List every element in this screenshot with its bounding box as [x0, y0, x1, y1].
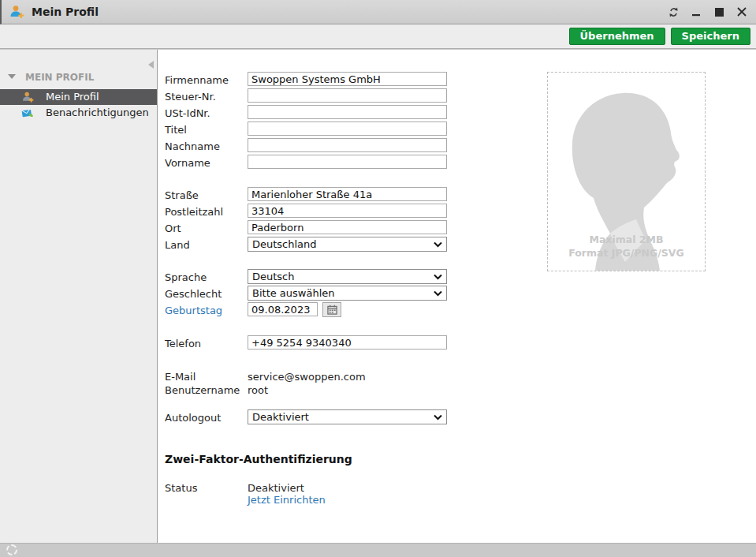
titlebar: Mein Profil [0, 0, 756, 24]
strasse-label: Straße [165, 189, 199, 201]
telefon-label: Telefon [165, 338, 201, 350]
sprache-label: Sprache [165, 271, 207, 283]
land-select[interactable]: Deutschland [248, 237, 447, 252]
ort-input[interactable] [248, 220, 447, 234]
sidebar-item-label: Benachrichtigungen [46, 107, 149, 118]
geburtstag-input[interactable] [248, 302, 318, 316]
sidebar-section-label: MEIN PROFIL [25, 72, 94, 83]
bottom-taskbar [0, 543, 756, 557]
telefon-input[interactable] [248, 335, 447, 350]
profile-form: Firmenname Steuer-Nr. USt-IdNr. Titel Na… [158, 50, 756, 543]
postleitzahl-input[interactable] [248, 204, 447, 218]
profile-photo-dropzone[interactable]: Maximal 2MB Format JPG/PNG/SVG [547, 72, 706, 271]
benutzername-value: root [248, 384, 268, 396]
calendar-button[interactable] [322, 302, 341, 317]
geschlecht-label: Geschlecht [165, 288, 222, 300]
window-title: Mein Profil [32, 6, 99, 18]
email-label: E-Mail [165, 371, 196, 383]
geschlecht-select[interactable]: Bitte auswählen [248, 286, 447, 301]
ustidnr-input[interactable] [248, 105, 447, 119]
email-value: service@swoppen.com [248, 371, 366, 383]
land-select-value: Deutschland [252, 238, 434, 250]
sidebar-item-label: Mein Profil [46, 91, 99, 103]
geburtstag-label[interactable]: Geburtstag [165, 305, 222, 316]
chevron-down-icon [434, 274, 442, 280]
sprache-select[interactable]: Deutsch [248, 269, 447, 284]
calendar-icon [327, 305, 337, 315]
sidebar-item-mein-profil[interactable]: Mein Profil [0, 89, 157, 105]
minimize-icon[interactable] [690, 6, 702, 18]
form-row: Geschlecht Bitte auswählen [158, 286, 756, 302]
autologout-label: Autologout [165, 412, 221, 424]
autologout-select-value: Deaktiviert [252, 411, 434, 423]
form-row: Geburtstag [158, 302, 756, 319]
form-row: Autologout Deaktiviert [158, 409, 756, 426]
sidebar-section-mein-profil[interactable]: MEIN PROFIL [0, 71, 157, 84]
toolbar: Übernehmen Speichern [0, 24, 756, 49]
autologout-select[interactable]: Deaktiviert [248, 409, 447, 424]
form-row: Benutzername root [158, 382, 756, 398]
content-area: MEIN PROFIL Mein Profil [0, 50, 756, 543]
status-label: Status [165, 482, 197, 494]
save-button[interactable]: Speichern [671, 28, 750, 45]
window-controls [667, 6, 756, 18]
ort-label: Ort [165, 222, 181, 234]
firmenname-label: Firmenname [165, 74, 229, 86]
land-label: Land [165, 239, 190, 251]
benutzername-label: Benutzername [165, 384, 240, 396]
photo-hint: Maximal 2MB Format JPG/PNG/SVG [548, 233, 705, 260]
close-icon[interactable] [736, 6, 748, 18]
photo-hint-line2: Format JPG/PNG/SVG [548, 246, 705, 260]
apply-button[interactable]: Übernehmen [569, 28, 665, 45]
chevron-down-icon [434, 414, 442, 421]
sidebar-collapse-icon[interactable] [148, 61, 154, 69]
sidebar: MEIN PROFIL Mein Profil [0, 50, 158, 543]
maximize-icon[interactable] [713, 6, 725, 18]
chevron-down-icon [8, 74, 16, 79]
chevron-down-icon [434, 290, 442, 297]
photo-hint-line1: Maximal 2MB [548, 233, 705, 246]
two-factor-heading: Zwei-Faktor-Authentifizierung [165, 453, 352, 465]
firmenname-input[interactable] [248, 72, 447, 86]
geschlecht-select-value: Bitte auswählen [252, 287, 434, 299]
nachname-input[interactable] [248, 138, 447, 152]
chevron-down-icon [434, 241, 442, 248]
vorname-input[interactable] [248, 155, 447, 169]
status-value: Deaktiviert [248, 482, 304, 494]
refresh-icon[interactable] [667, 6, 680, 18]
titel-input[interactable] [248, 121, 447, 136]
ustidnr-label: USt-IdNr. [165, 107, 210, 119]
sprache-select-value: Deutsch [252, 271, 434, 282]
titel-label: Titel [165, 124, 187, 136]
strasse-input[interactable] [248, 187, 447, 201]
tray-circle-icon[interactable] [6, 544, 17, 555]
steuernr-label: Steuer-Nr. [165, 91, 216, 103]
app-window: Mein Profil [0, 0, 756, 557]
form-row: Telefon [158, 335, 756, 352]
nachname-label: Nachname [165, 140, 220, 152]
user-plus-icon [21, 91, 34, 103]
setup-two-factor-link[interactable]: Jetzt Einrichten [248, 494, 326, 506]
user-plus-icon [8, 3, 25, 21]
vorname-label: Vorname [165, 157, 210, 169]
form-row: Sprache Deutsch [158, 269, 756, 286]
mail-icon [21, 107, 34, 119]
steuernr-input[interactable] [248, 88, 447, 103]
sidebar-item-benachrichtigungen[interactable]: Benachrichtigungen [0, 105, 157, 121]
postleitzahl-label: Postleitzahl [165, 206, 223, 218]
